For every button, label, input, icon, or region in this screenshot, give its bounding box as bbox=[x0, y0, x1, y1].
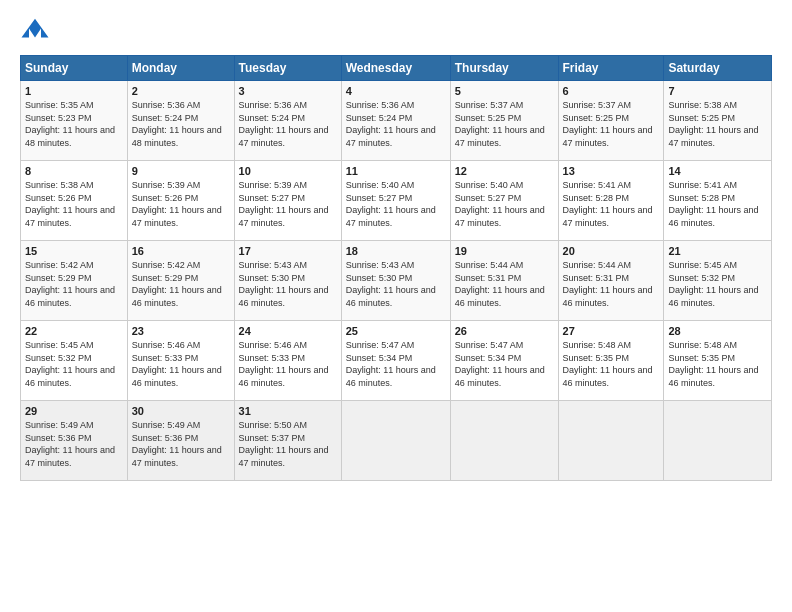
calendar-day-cell: 5Sunrise: 5:37 AM Sunset: 5:25 PM Daylig… bbox=[450, 81, 558, 161]
day-info: Sunrise: 5:43 AM Sunset: 5:30 PM Dayligh… bbox=[346, 259, 446, 309]
day-info: Sunrise: 5:50 AM Sunset: 5:37 PM Dayligh… bbox=[239, 419, 337, 469]
col-sunday: Sunday bbox=[21, 56, 128, 81]
day-number: 17 bbox=[239, 245, 337, 257]
day-info: Sunrise: 5:38 AM Sunset: 5:26 PM Dayligh… bbox=[25, 179, 123, 229]
calendar-day-cell: 21Sunrise: 5:45 AM Sunset: 5:32 PM Dayli… bbox=[664, 241, 772, 321]
day-info: Sunrise: 5:42 AM Sunset: 5:29 PM Dayligh… bbox=[132, 259, 230, 309]
day-number: 15 bbox=[25, 245, 123, 257]
calendar-day-cell: 14Sunrise: 5:41 AM Sunset: 5:28 PM Dayli… bbox=[664, 161, 772, 241]
calendar-day-cell: 23Sunrise: 5:46 AM Sunset: 5:33 PM Dayli… bbox=[127, 321, 234, 401]
day-info: Sunrise: 5:40 AM Sunset: 5:27 PM Dayligh… bbox=[455, 179, 554, 229]
day-number: 4 bbox=[346, 85, 446, 97]
day-info: Sunrise: 5:35 AM Sunset: 5:23 PM Dayligh… bbox=[25, 99, 123, 149]
day-number: 12 bbox=[455, 165, 554, 177]
day-info: Sunrise: 5:45 AM Sunset: 5:32 PM Dayligh… bbox=[668, 259, 767, 309]
day-info: Sunrise: 5:49 AM Sunset: 5:36 PM Dayligh… bbox=[132, 419, 230, 469]
calendar-day-cell: 10Sunrise: 5:39 AM Sunset: 5:27 PM Dayli… bbox=[234, 161, 341, 241]
calendar-week-row: 29Sunrise: 5:49 AM Sunset: 5:36 PM Dayli… bbox=[21, 401, 772, 481]
day-number: 11 bbox=[346, 165, 446, 177]
day-info: Sunrise: 5:48 AM Sunset: 5:35 PM Dayligh… bbox=[563, 339, 660, 389]
calendar-day-cell: 17Sunrise: 5:43 AM Sunset: 5:30 PM Dayli… bbox=[234, 241, 341, 321]
day-number: 9 bbox=[132, 165, 230, 177]
day-info: Sunrise: 5:39 AM Sunset: 5:27 PM Dayligh… bbox=[239, 179, 337, 229]
day-number: 21 bbox=[668, 245, 767, 257]
day-info: Sunrise: 5:38 AM Sunset: 5:25 PM Dayligh… bbox=[668, 99, 767, 149]
day-info: Sunrise: 5:46 AM Sunset: 5:33 PM Dayligh… bbox=[132, 339, 230, 389]
day-info: Sunrise: 5:46 AM Sunset: 5:33 PM Dayligh… bbox=[239, 339, 337, 389]
calendar-day-cell: 25Sunrise: 5:47 AM Sunset: 5:34 PM Dayli… bbox=[341, 321, 450, 401]
day-info: Sunrise: 5:36 AM Sunset: 5:24 PM Dayligh… bbox=[239, 99, 337, 149]
calendar-day-cell: 27Sunrise: 5:48 AM Sunset: 5:35 PM Dayli… bbox=[558, 321, 664, 401]
day-info: Sunrise: 5:44 AM Sunset: 5:31 PM Dayligh… bbox=[455, 259, 554, 309]
day-info: Sunrise: 5:37 AM Sunset: 5:25 PM Dayligh… bbox=[563, 99, 660, 149]
calendar-day-cell bbox=[664, 401, 772, 481]
calendar-day-cell: 1Sunrise: 5:35 AM Sunset: 5:23 PM Daylig… bbox=[21, 81, 128, 161]
day-info: Sunrise: 5:41 AM Sunset: 5:28 PM Dayligh… bbox=[563, 179, 660, 229]
day-info: Sunrise: 5:39 AM Sunset: 5:26 PM Dayligh… bbox=[132, 179, 230, 229]
calendar-day-cell: 8Sunrise: 5:38 AM Sunset: 5:26 PM Daylig… bbox=[21, 161, 128, 241]
calendar-table: Sunday Monday Tuesday Wednesday Thursday… bbox=[20, 55, 772, 481]
day-info: Sunrise: 5:37 AM Sunset: 5:25 PM Dayligh… bbox=[455, 99, 554, 149]
col-wednesday: Wednesday bbox=[341, 56, 450, 81]
day-number: 13 bbox=[563, 165, 660, 177]
day-info: Sunrise: 5:44 AM Sunset: 5:31 PM Dayligh… bbox=[563, 259, 660, 309]
day-info: Sunrise: 5:47 AM Sunset: 5:34 PM Dayligh… bbox=[346, 339, 446, 389]
calendar-day-cell: 4Sunrise: 5:36 AM Sunset: 5:24 PM Daylig… bbox=[341, 81, 450, 161]
calendar-day-cell: 15Sunrise: 5:42 AM Sunset: 5:29 PM Dayli… bbox=[21, 241, 128, 321]
calendar-day-cell bbox=[558, 401, 664, 481]
col-thursday: Thursday bbox=[450, 56, 558, 81]
day-number: 27 bbox=[563, 325, 660, 337]
day-number: 22 bbox=[25, 325, 123, 337]
calendar-day-cell: 2Sunrise: 5:36 AM Sunset: 5:24 PM Daylig… bbox=[127, 81, 234, 161]
day-number: 28 bbox=[668, 325, 767, 337]
day-number: 7 bbox=[668, 85, 767, 97]
calendar-header: Sunday Monday Tuesday Wednesday Thursday… bbox=[21, 56, 772, 81]
day-number: 1 bbox=[25, 85, 123, 97]
day-number: 31 bbox=[239, 405, 337, 417]
day-number: 5 bbox=[455, 85, 554, 97]
calendar-day-cell: 19Sunrise: 5:44 AM Sunset: 5:31 PM Dayli… bbox=[450, 241, 558, 321]
calendar-day-cell: 20Sunrise: 5:44 AM Sunset: 5:31 PM Dayli… bbox=[558, 241, 664, 321]
calendar-day-cell: 18Sunrise: 5:43 AM Sunset: 5:30 PM Dayli… bbox=[341, 241, 450, 321]
day-number: 30 bbox=[132, 405, 230, 417]
day-number: 8 bbox=[25, 165, 123, 177]
col-friday: Friday bbox=[558, 56, 664, 81]
calendar-day-cell: 9Sunrise: 5:39 AM Sunset: 5:26 PM Daylig… bbox=[127, 161, 234, 241]
header-row: Sunday Monday Tuesday Wednesday Thursday… bbox=[21, 56, 772, 81]
day-number: 2 bbox=[132, 85, 230, 97]
calendar-day-cell bbox=[341, 401, 450, 481]
calendar-week-row: 22Sunrise: 5:45 AM Sunset: 5:32 PM Dayli… bbox=[21, 321, 772, 401]
col-saturday: Saturday bbox=[664, 56, 772, 81]
calendar-day-cell: 31Sunrise: 5:50 AM Sunset: 5:37 PM Dayli… bbox=[234, 401, 341, 481]
day-number: 26 bbox=[455, 325, 554, 337]
calendar-day-cell: 16Sunrise: 5:42 AM Sunset: 5:29 PM Dayli… bbox=[127, 241, 234, 321]
col-monday: Monday bbox=[127, 56, 234, 81]
day-info: Sunrise: 5:42 AM Sunset: 5:29 PM Dayligh… bbox=[25, 259, 123, 309]
logo-icon bbox=[20, 15, 50, 45]
calendar-day-cell: 30Sunrise: 5:49 AM Sunset: 5:36 PM Dayli… bbox=[127, 401, 234, 481]
logo bbox=[20, 15, 54, 45]
calendar-day-cell: 24Sunrise: 5:46 AM Sunset: 5:33 PM Dayli… bbox=[234, 321, 341, 401]
day-number: 3 bbox=[239, 85, 337, 97]
calendar-day-cell bbox=[450, 401, 558, 481]
calendar-day-cell: 13Sunrise: 5:41 AM Sunset: 5:28 PM Dayli… bbox=[558, 161, 664, 241]
calendar-day-cell: 11Sunrise: 5:40 AM Sunset: 5:27 PM Dayli… bbox=[341, 161, 450, 241]
day-number: 20 bbox=[563, 245, 660, 257]
day-number: 25 bbox=[346, 325, 446, 337]
calendar-day-cell: 22Sunrise: 5:45 AM Sunset: 5:32 PM Dayli… bbox=[21, 321, 128, 401]
calendar-day-cell: 6Sunrise: 5:37 AM Sunset: 5:25 PM Daylig… bbox=[558, 81, 664, 161]
day-info: Sunrise: 5:47 AM Sunset: 5:34 PM Dayligh… bbox=[455, 339, 554, 389]
day-info: Sunrise: 5:45 AM Sunset: 5:32 PM Dayligh… bbox=[25, 339, 123, 389]
day-number: 29 bbox=[25, 405, 123, 417]
day-info: Sunrise: 5:43 AM Sunset: 5:30 PM Dayligh… bbox=[239, 259, 337, 309]
day-info: Sunrise: 5:49 AM Sunset: 5:36 PM Dayligh… bbox=[25, 419, 123, 469]
calendar-week-row: 15Sunrise: 5:42 AM Sunset: 5:29 PM Dayli… bbox=[21, 241, 772, 321]
day-info: Sunrise: 5:36 AM Sunset: 5:24 PM Dayligh… bbox=[132, 99, 230, 149]
day-info: Sunrise: 5:41 AM Sunset: 5:28 PM Dayligh… bbox=[668, 179, 767, 229]
calendar-day-cell: 3Sunrise: 5:36 AM Sunset: 5:24 PM Daylig… bbox=[234, 81, 341, 161]
calendar-body: 1Sunrise: 5:35 AM Sunset: 5:23 PM Daylig… bbox=[21, 81, 772, 481]
day-number: 6 bbox=[563, 85, 660, 97]
page: Sunday Monday Tuesday Wednesday Thursday… bbox=[0, 0, 792, 612]
day-number: 19 bbox=[455, 245, 554, 257]
calendar-day-cell: 29Sunrise: 5:49 AM Sunset: 5:36 PM Dayli… bbox=[21, 401, 128, 481]
